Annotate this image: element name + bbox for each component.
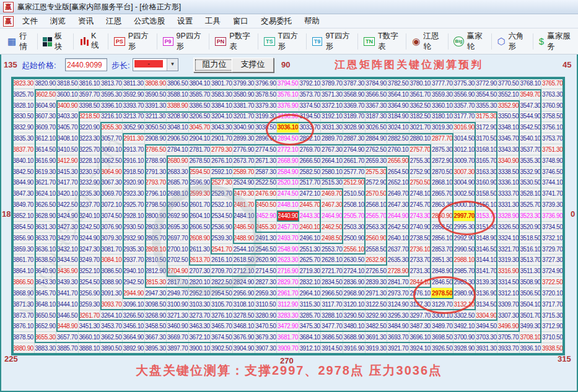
grid-cell: 2534.50 [211, 211, 233, 222]
grid-cell: 3249.70 [79, 255, 101, 266]
grid-cell: 3100.90 [167, 299, 189, 310]
grid-cell: 3170.50 [476, 133, 498, 144]
grid-cell: 2853.70 [431, 244, 453, 255]
grid-cell: 2680.90 [167, 155, 189, 167]
grid-cell: 3115.30 [299, 299, 322, 310]
toolbar-item-8[interactable]: TNT数字表 [359, 28, 405, 54]
menu-item-0[interactable]: 文件 [16, 15, 44, 28]
toolbar: ▦行情板块K线PSP四方形P99P四方形PNP数字表TST四方形T99T四方形T… [0, 28, 578, 54]
menu-item-3[interactable]: 江恩 [100, 15, 128, 28]
toolbar-item-6[interactable]: TST四方形 [259, 28, 305, 54]
grid-cell: 3705.70 [497, 332, 520, 343]
grid-cell: 3084.10 [100, 255, 123, 266]
toolbar-separator [73, 33, 74, 50]
grid-cell: 3247.30 [79, 244, 101, 255]
grid-cell: 2913.70 [123, 144, 145, 155]
grid-cell: 2892.10 [299, 133, 322, 144]
grid-cell: 2512.90 [343, 178, 366, 189]
menu-item-5[interactable]: 设置 [171, 15, 199, 28]
grid-cell: 3261.70 [79, 310, 101, 321]
grid-cell: 2805.70 [145, 233, 167, 244]
menu-item-8[interactable]: 交易委托 [255, 15, 298, 28]
toolbar-item-9[interactable]: ◉江恩轮 [407, 28, 447, 54]
grid-cell: 3350.50 [497, 111, 520, 123]
toolbar-item-2[interactable]: K线 [74, 29, 107, 53]
toolbar-item-10[interactable]: Big赢家轮 [449, 28, 490, 54]
grid-cell: 2904.10 [189, 133, 211, 144]
support-button[interactable]: 支撑位 [232, 58, 274, 72]
grid-cell: 3856.90 [12, 233, 35, 244]
grid-cell: 3465.70 [211, 321, 233, 332]
grid-cell: 3753.70 [541, 133, 564, 144]
grid-cell: 2860.90 [431, 211, 453, 222]
grid-cell: 2918.50 [123, 167, 145, 178]
grid-cell: 3691.30 [366, 332, 388, 343]
grid-cell: 3148.90 [476, 233, 498, 244]
grid-cell: 3240.10 [79, 211, 101, 222]
grid-cell: 3595.30 [100, 89, 123, 100]
grid-cell: 3163.30 [476, 167, 498, 178]
grid-cell: 2505.70 [343, 211, 366, 222]
toolbar-item-1[interactable]: 板块 [38, 28, 72, 54]
grid-cell: 3825.70 [12, 89, 35, 100]
grid-cell: 3492.10 [453, 321, 476, 332]
grid-cell: 3732.10 [541, 233, 564, 244]
grid-cell: 3141.70 [476, 266, 498, 277]
toolbar-item-7[interactable]: T99T四方形 [307, 28, 357, 54]
grid-cell: 3842.50 [12, 167, 35, 178]
menu-item-2[interactable]: 资讯 [72, 15, 100, 28]
grid-cell: 3050.50 [145, 122, 167, 133]
grid-cell: 2498.50 [321, 233, 343, 244]
grid-cell: 2752.90 [409, 167, 432, 178]
grid-cell: 2553.70 [321, 244, 343, 255]
resistance-button[interactable]: 阻力位 [193, 58, 235, 72]
grid-cell: 3076.90 [100, 222, 123, 233]
grid-cell: 3472.90 [277, 321, 299, 332]
grid-cell: 3914.50 [321, 343, 343, 354]
glyph-icon: ◉ [412, 37, 420, 46]
grid-cell: 3919.30 [366, 343, 388, 354]
grid-cell: 2733.70 [409, 255, 432, 266]
grid-cell: 2966.50 [321, 288, 343, 299]
grid-cell: 3004.90 [453, 178, 476, 189]
menu-item-4[interactable]: 公式选股 [128, 15, 171, 28]
toolbar-item-3[interactable]: PSP四方形 [109, 28, 156, 54]
grid-cell: 3417.70 [56, 178, 79, 189]
grid-cell: 3835.30 [12, 133, 35, 144]
grid-cell: 2820.10 [189, 277, 211, 288]
toolbar-separator [406, 33, 406, 50]
grid-cell: 3542.50 [520, 122, 542, 133]
grid-cell: 2488.90 [233, 233, 255, 244]
grid-cell: 3652.90 [35, 321, 57, 332]
grid-cell: 3811.30 [123, 78, 145, 89]
grid-cell: 3081.70 [100, 244, 123, 255]
title-bar: 赢 赢家江恩专业版[赢家内部服务平台] - [价格正方形] [0, 0, 578, 14]
grid-cell: 3295.30 [387, 310, 409, 321]
blocks-icon [43, 37, 51, 46]
step-combobox[interactable]: - ▼ [133, 58, 178, 71]
toolbar-item-5[interactable]: PNP数字表 [210, 28, 257, 54]
grid-cell: 3194.50 [299, 111, 322, 123]
grid-cell: 2784.10 [167, 144, 189, 155]
grid-cell: 2911.30 [123, 133, 145, 144]
grid-cell: 2716.90 [277, 266, 299, 277]
grid-cell: 2536.90 [211, 222, 233, 233]
toolbar-item-4[interactable]: P99P四方形 [158, 28, 208, 54]
grid-cell: 3028.90 [343, 122, 366, 133]
chevron-down-icon[interactable]: ▼ [167, 59, 178, 71]
grid-cell: 3434.50 [56, 255, 79, 266]
grid-cell: 2868.10 [431, 178, 453, 189]
toolbar-item-0[interactable]: ▦行情 [2, 28, 37, 54]
window-title: 赢家江恩专业版[赢家内部服务平台] - [价格正方形] [17, 2, 181, 12]
menu-item-1[interactable]: 浏览 [44, 15, 72, 28]
toolbar-item-11[interactable]: ⬡六角形 [492, 28, 532, 54]
toolbar-item-12[interactable]: $赢家服务 [534, 28, 578, 54]
menu-item-9[interactable]: 帮助 [298, 15, 326, 28]
menu-item-7[interactable]: 窗口 [227, 15, 255, 28]
grid-cell: 2618.50 [233, 255, 255, 266]
start-price-input[interactable] [65, 58, 107, 71]
toolbar-separator [258, 33, 258, 50]
grid-cell: 3487.30 [409, 321, 432, 332]
grid-cell: 3242.50 [79, 222, 101, 233]
menu-item-6[interactable]: 工具 [199, 15, 227, 28]
